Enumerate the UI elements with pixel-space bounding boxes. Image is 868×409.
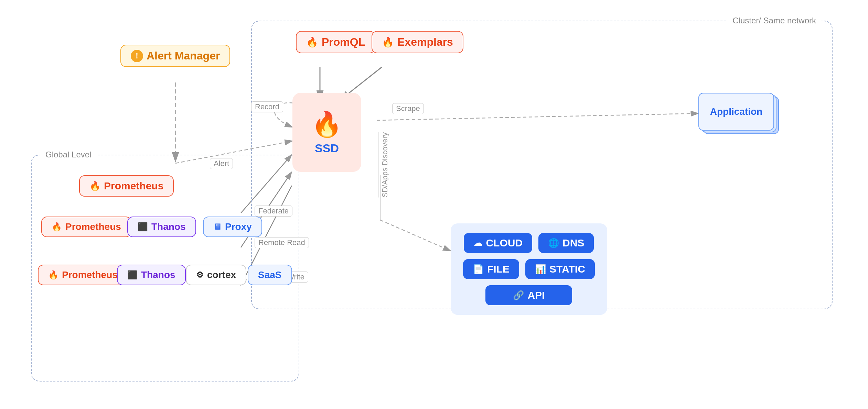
file-box: 📄 FILE <box>463 259 519 279</box>
saas-box: SaaS <box>248 265 292 285</box>
thanos-row2-box: ⬛ Thanos <box>117 265 186 285</box>
cluster-label: Cluster/ Same network <box>727 15 822 26</box>
file-label: FILE <box>487 263 510 275</box>
prometheus-global-label: Prometheus <box>104 180 163 192</box>
thanos-row1-label: Thanos <box>151 221 186 232</box>
proxy-row1-label: Proxy <box>225 221 252 232</box>
promql-flame-icon: 🔥 <box>306 36 318 48</box>
sd-apps-container: SD/Apps Discovery <box>375 107 392 223</box>
prometheus-row2-box: 🔥 Prometheus <box>38 265 128 285</box>
static-box: 📊 STATIC <box>525 259 595 279</box>
prometheus-global-box: 🔥 Prometheus <box>79 175 174 197</box>
prometheus-row2-label: Prometheus <box>62 269 118 280</box>
static-icon: 📊 <box>535 264 546 275</box>
alert-icon: ! <box>131 50 143 62</box>
prometheus-row2-flame-icon: 🔥 <box>48 270 58 280</box>
prometheus-global-flame-icon: 🔥 <box>89 181 100 191</box>
dns-icon: 🌐 <box>548 238 559 248</box>
application-box: Application <box>698 93 774 131</box>
sd-apps-label: SD/Apps Discovery <box>378 132 389 198</box>
prometheus-row1-box: 🔥 Prometheus <box>41 217 131 237</box>
exemplars-box: 🔥 Exemplars <box>372 31 463 53</box>
cortex-label: cortex <box>207 269 236 280</box>
prometheus-row1-label: Prometheus <box>65 221 121 232</box>
alert-manager-box: ! Alert Manager <box>120 45 230 67</box>
federate-label: Federate <box>255 206 292 217</box>
prometheus-row1-flame-icon: 🔥 <box>52 222 62 232</box>
file-icon: 📄 <box>473 264 484 275</box>
cloud-box: ☁ CLOUD <box>464 233 532 253</box>
cortex-box: ⚙ cortex <box>186 265 246 285</box>
prometheus-center-flame-icon: 🔥 <box>311 110 342 139</box>
proxy-row1-icon: 🖥 <box>213 222 222 232</box>
thanos-row2-label: Thanos <box>141 269 175 280</box>
discovery-row3: 🔗 API <box>485 285 572 305</box>
application-label: Application <box>710 106 762 117</box>
remote-read-label: Remote Read <box>255 237 309 248</box>
thanos-row1-box: ⬛ Thanos <box>127 217 196 237</box>
scrape-label: Scrape <box>392 103 424 114</box>
cortex-icon: ⚙ <box>196 270 204 280</box>
alert-manager-label: Alert Manager <box>147 49 220 62</box>
discovery-row2: 📄 FILE 📊 STATIC <box>463 259 595 279</box>
diagram-container: Cluster/ Same network Global Level ! Ale… <box>10 10 857 399</box>
static-label: STATIC <box>549 263 585 275</box>
proxy-row1-box: 🖥 Proxy <box>203 217 262 237</box>
api-icon: 🔗 <box>513 290 524 301</box>
cloud-label: CLOUD <box>486 237 523 249</box>
discovery-container: ☁ CLOUD 🌐 DNS 📄 FILE 📊 STATIC 🔗 API <box>451 223 607 315</box>
dns-box: 🌐 DNS <box>538 233 594 253</box>
saas-label: SaaS <box>258 269 282 280</box>
exemplars-flame-icon: 🔥 <box>382 36 394 48</box>
global-level-label: Global Level <box>40 149 97 160</box>
prometheus-center-box: 🔥 SSD <box>292 93 361 172</box>
alert-label: Alert <box>210 158 233 169</box>
api-box: 🔗 API <box>485 285 572 305</box>
thanos-row2-icon: ⬛ <box>127 270 138 280</box>
ssd-label: SSD <box>315 142 339 155</box>
thanos-row1-icon: ⬛ <box>138 222 148 232</box>
record-label: Record <box>251 101 283 112</box>
promql-box: 🔥 PromQL <box>296 31 375 53</box>
dns-label: DNS <box>562 237 584 249</box>
discovery-row1: ☁ CLOUD 🌐 DNS <box>464 233 594 253</box>
api-label: API <box>527 289 545 301</box>
cloud-icon: ☁ <box>473 238 482 248</box>
promql-label: PromQL <box>322 36 365 48</box>
exemplars-label: Exemplars <box>397 36 453 48</box>
